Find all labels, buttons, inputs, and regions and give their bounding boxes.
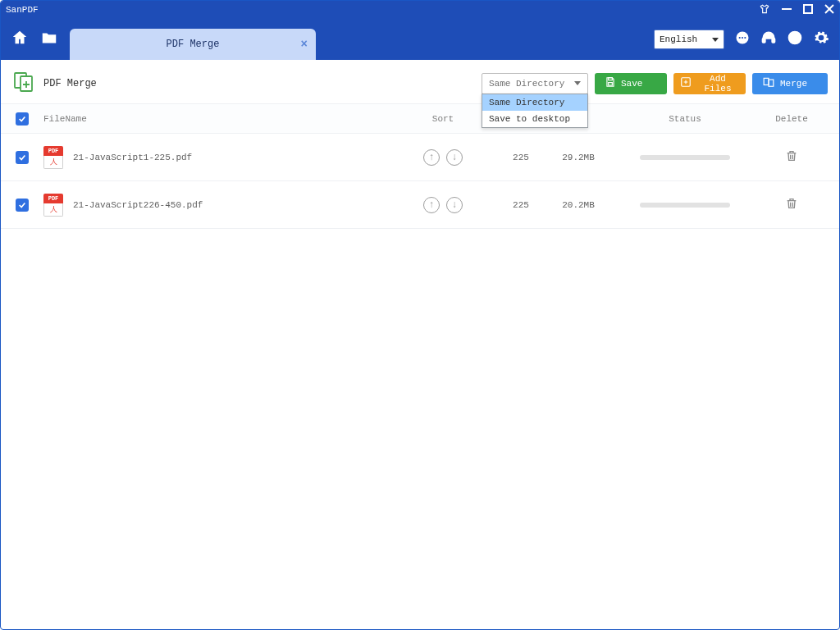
- chevron-down-icon: [712, 38, 719, 42]
- svg-rect-20: [769, 80, 774, 86]
- plus-icon: [680, 76, 692, 90]
- dropdown-option-save-to-desktop[interactable]: Save to desktop: [482, 111, 587, 127]
- svg-point-11: [793, 34, 797, 39]
- svg-rect-9: [772, 39, 774, 43]
- directory-selected: Same Directory: [489, 79, 564, 89]
- file-pages: 225: [496, 200, 546, 210]
- account-icon[interactable]: [787, 30, 803, 49]
- tool-title: PDF Merge: [12, 71, 97, 97]
- progress-bar: [640, 203, 730, 208]
- pdf-merge-icon: [12, 71, 35, 97]
- move-down-button[interactable]: ↓: [446, 149, 463, 166]
- merge-icon: [762, 76, 775, 90]
- file-row: PDF人 21-JavaScript226-450.pdf ↑ ↓ 225 20…: [1, 181, 839, 229]
- file-size: 20.2MB: [546, 200, 611, 210]
- chevron-down-icon: [574, 81, 581, 85]
- merge-button[interactable]: Merge: [752, 73, 828, 94]
- svg-rect-19: [764, 78, 769, 84]
- tshirt-icon[interactable]: [759, 3, 770, 17]
- file-name: 21-JavaScript1-225.pdf: [73, 153, 192, 162]
- nav-left: [11, 29, 58, 50]
- tab-label: PDF Merge: [167, 39, 220, 50]
- add-files-label: Add Files: [696, 74, 739, 94]
- settings-icon[interactable]: [813, 30, 829, 49]
- language-select[interactable]: English: [654, 30, 724, 49]
- app-title: SanPDF: [6, 5, 759, 15]
- toolbar: PDF Merge Same Directory Same Directory …: [1, 60, 839, 104]
- list-header: FileName Sort Status Delete: [1, 104, 839, 134]
- tab-close-icon[interactable]: ×: [301, 38, 308, 51]
- pdf-file-icon: PDF人: [43, 146, 63, 169]
- directory-dropdown-menu: Same Directory Save to desktop: [482, 94, 588, 128]
- file-pages: 225: [496, 153, 546, 162]
- svg-point-5: [739, 37, 741, 39]
- dropdown-option-same-directory[interactable]: Same Directory: [482, 94, 587, 111]
- file-row: PDF人 21-JavaScript1-225.pdf ↑ ↓ 225 29.2…: [1, 134, 839, 181]
- select-all-checkbox[interactable]: [16, 112, 29, 126]
- add-files-button[interactable]: Add Files: [673, 73, 746, 94]
- col-status: Status: [611, 114, 759, 124]
- col-delete: Delete: [759, 114, 824, 124]
- folder-icon[interactable]: [40, 29, 58, 50]
- minimize-icon[interactable]: [782, 4, 792, 16]
- move-up-button[interactable]: ↑: [423, 197, 440, 213]
- headset-icon[interactable]: [760, 30, 777, 49]
- window-controls: [759, 3, 834, 17]
- svg-rect-15: [609, 83, 613, 86]
- move-up-button[interactable]: ↑: [423, 149, 440, 166]
- close-icon[interactable]: [824, 4, 834, 16]
- home-icon[interactable]: [11, 29, 29, 50]
- feedback-icon[interactable]: [734, 30, 751, 49]
- menubar-right: English: [654, 30, 829, 49]
- col-sort: Sort: [390, 114, 496, 124]
- progress-bar: [640, 155, 730, 160]
- maximize-icon[interactable]: [803, 4, 813, 16]
- svg-rect-0: [782, 8, 792, 10]
- titlebar: SanPDF: [1, 1, 839, 19]
- delete-button[interactable]: [785, 203, 798, 212]
- col-filename: FileName: [43, 114, 390, 124]
- toolbar-title: PDF Merge: [43, 78, 97, 89]
- file-name: 21-JavaScript226-450.pdf: [73, 200, 203, 210]
- directory-select[interactable]: Same Directory Same Directory Save to de…: [482, 73, 588, 94]
- row-checkbox[interactable]: [16, 151, 29, 164]
- file-size: 29.2MB: [546, 153, 611, 162]
- svg-rect-14: [609, 78, 613, 80]
- move-down-button[interactable]: ↓: [446, 197, 463, 213]
- toolbar-actions: Same Directory Same Directory Save to de…: [482, 73, 828, 94]
- delete-button[interactable]: [785, 155, 798, 165]
- menubar: PDF Merge × English: [1, 19, 839, 60]
- row-checkbox[interactable]: [16, 199, 29, 212]
- svg-rect-1: [804, 5, 812, 13]
- save-icon: [605, 76, 616, 90]
- pdf-file-icon: PDF人: [43, 194, 63, 217]
- svg-rect-8: [763, 39, 765, 43]
- svg-point-7: [744, 37, 746, 39]
- save-button[interactable]: Save: [595, 73, 667, 94]
- save-label: Save: [621, 79, 642, 89]
- merge-label: Merge: [780, 79, 807, 89]
- tab-pdf-merge[interactable]: PDF Merge ×: [70, 29, 316, 60]
- language-selected: English: [660, 34, 697, 44]
- svg-point-6: [742, 37, 743, 39]
